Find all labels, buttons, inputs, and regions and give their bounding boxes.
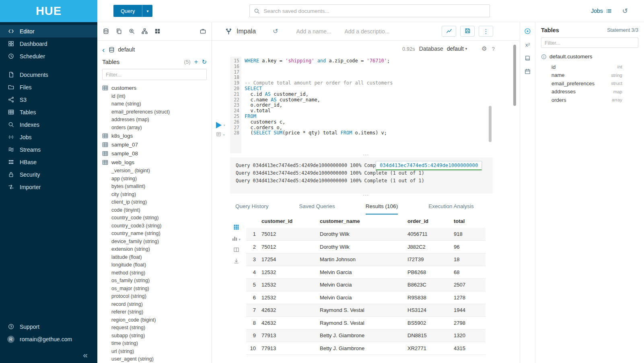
column-header-order_id[interactable]: order_id — [407, 214, 454, 228]
sidebar-item-dashboard[interactable]: Dashboard — [0, 37, 97, 50]
sidebar-item-importer[interactable]: Importer — [0, 181, 97, 193]
new-query-button[interactable]: Query — [113, 5, 142, 17]
execute-button[interactable] — [216, 122, 222, 128]
assist-column[interactable]: country_code (string) — [102, 214, 207, 222]
right-column-email_preferences[interactable]: email_preferencesstruct — [551, 79, 622, 88]
assist-column[interactable]: protocol (string) — [102, 293, 207, 301]
chart-icon[interactable] — [232, 235, 238, 241]
assist-column[interactable]: latitude (float) — [102, 253, 207, 261]
functions-icon[interactable]: x² — [525, 42, 530, 48]
assist-column[interactable]: email_preferences (struct) — [102, 108, 207, 116]
tab-execution-analysis[interactable]: Execution Analysis — [428, 198, 474, 214]
editor-scrollbar[interactable] — [489, 106, 492, 142]
tab-results-106-[interactable]: Results (106) — [366, 198, 398, 214]
code-lines[interactable]: WHERE a.key = 'shipping' and a.zip_code … — [241, 57, 520, 153]
save-button[interactable] — [460, 26, 475, 37]
right-column-addresses[interactable]: addressesmap — [551, 88, 622, 96]
right-column-orders[interactable]: ordersarray — [551, 96, 622, 104]
database-select[interactable]: default ▾ — [447, 45, 467, 52]
assist-column[interactable]: city (string) — [102, 190, 207, 198]
query-description-input[interactable] — [344, 28, 392, 35]
assist-column[interactable]: addresses (map) — [102, 116, 207, 124]
assist-table-sample_08[interactable]: sample_08 — [102, 149, 207, 158]
execute-options-caret-icon[interactable]: ▾ — [223, 123, 225, 127]
calendar-icon[interactable] — [525, 68, 531, 74]
assist-column[interactable]: id (int) — [102, 92, 207, 100]
sidebar-item-jobs[interactable]: Jobs — [0, 131, 97, 143]
search-input[interactable] — [250, 5, 490, 17]
query-dropdown-caret-icon[interactable]: ▾ — [142, 5, 152, 17]
sidebar-item-user[interactable]: R romain@gethue.com — [0, 333, 97, 345]
help-icon[interactable]: ? — [492, 46, 495, 52]
assist-filter-input[interactable] — [102, 69, 207, 80]
assist-column[interactable]: referer (string) — [102, 308, 207, 316]
sidebar-item-s3[interactable]: S3 — [0, 93, 97, 106]
sidebar-item-hbase[interactable]: HBase — [0, 156, 97, 168]
sidebar-item-support[interactable]: Support — [0, 320, 97, 333]
sql-editor[interactable]: 1516171819202122232425262728 WHERE a.key… — [212, 57, 520, 153]
briefcase-icon[interactable] — [200, 28, 206, 34]
query-history-icon[interactable]: ↺ — [273, 27, 278, 35]
hue-logo[interactable]: HUE — [0, 0, 97, 22]
chart-button[interactable] — [442, 26, 456, 37]
sitemap-icon[interactable] — [142, 28, 148, 34]
assist-column[interactable]: record (string) — [102, 300, 207, 308]
right-filter-input[interactable] — [541, 37, 638, 48]
grid-icon[interactable] — [233, 224, 239, 230]
database-breadcrumb[interactable]: default — [118, 46, 135, 53]
assist-column[interactable]: bytes (smallint) — [102, 183, 207, 191]
assist-column[interactable]: region_code (bigint) — [102, 316, 207, 324]
column-header-customer_name[interactable]: customer_name — [320, 214, 407, 228]
resize-handle[interactable]: ⋯ — [212, 153, 520, 157]
assist-column[interactable]: os_major (string) — [102, 285, 207, 293]
assist-table-sample_07[interactable]: sample_07 — [102, 140, 207, 149]
assist-column[interactable]: country_name (string) — [102, 230, 207, 238]
assist-column[interactable]: code (tinyint) — [102, 206, 207, 214]
assist-column[interactable]: request (string) — [102, 324, 207, 332]
assist-column[interactable]: _version_ (bigint) — [102, 167, 207, 175]
main-scrollbar[interactable] — [513, 45, 516, 106]
query-name-input[interactable] — [296, 28, 336, 35]
right-column-id[interactable]: idint — [551, 63, 622, 71]
sidebar-item-streams[interactable]: Streams — [0, 143, 97, 156]
global-history-icon[interactable]: ↺ — [622, 7, 628, 15]
target-icon[interactable] — [524, 28, 531, 35]
assist-column[interactable]: method (string) — [102, 269, 207, 277]
assist-table-customers[interactable]: customers — [102, 83, 207, 92]
column-header-customer_id[interactable]: customer_id — [261, 214, 320, 228]
tab-saved-queries[interactable]: Saved Queries — [299, 198, 335, 214]
assist-column[interactable]: user_agent (string) — [102, 355, 207, 363]
assist-column[interactable]: country_code3 (string) — [102, 222, 207, 230]
assist-column[interactable]: longitude (float) — [102, 261, 207, 269]
assist-column[interactable]: time (string) — [102, 340, 207, 348]
snippet-settings[interactable]: ▾ — [216, 132, 225, 138]
jobs-link[interactable]: Jobs — [591, 8, 612, 14]
tab-query-history[interactable]: Query History — [235, 198, 269, 214]
sidebar-item-security[interactable]: Security — [0, 168, 97, 181]
assist-column[interactable]: os_family (string) — [102, 277, 207, 285]
sidebar-item-files[interactable]: Files — [0, 81, 97, 93]
sidebar-item-tables[interactable]: Tables — [0, 106, 97, 118]
sidebar-item-scheduler[interactable]: Scheduler — [0, 50, 97, 62]
assist-column[interactable]: name (string) — [102, 100, 207, 108]
column-header-total[interactable]: total — [454, 214, 486, 228]
resize-handle[interactable]: ⋯ — [212, 194, 520, 198]
download-icon[interactable] — [233, 258, 239, 264]
columns-icon[interactable] — [233, 247, 239, 253]
add-table-icon[interactable]: + — [194, 58, 198, 65]
document-search[interactable] — [249, 4, 490, 17]
right-column-name[interactable]: namestring — [551, 71, 622, 80]
assist-column[interactable]: orders (array) — [102, 124, 207, 132]
assist-table-web_logs[interactable]: web_logs — [102, 158, 207, 167]
assist-column[interactable]: url (string) — [102, 347, 207, 355]
assist-column[interactable]: subapp (string) — [102, 332, 207, 340]
settings-gear-icon[interactable]: ⚙ — [481, 45, 487, 52]
assist-column[interactable]: client_ip (string) — [102, 198, 207, 206]
apps-icon[interactable] — [154, 28, 160, 34]
assist-table-k8s_logs[interactable]: k8s_logs — [102, 132, 207, 140]
refresh-icon[interactable]: ↻ — [202, 59, 207, 65]
book-icon[interactable] — [525, 55, 531, 61]
chart-type-caret-icon[interactable]: ▾ — [239, 237, 241, 241]
sidebar-collapse-button[interactable]: « — [0, 350, 97, 360]
sidebar-item-indexes[interactable]: Indexes — [0, 118, 97, 131]
